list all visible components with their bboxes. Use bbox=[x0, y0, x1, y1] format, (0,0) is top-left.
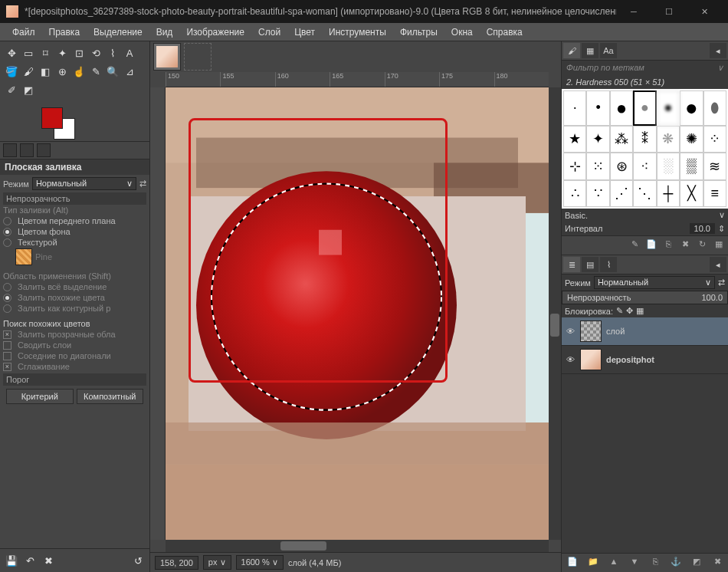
visibility-icon[interactable]: 👁 bbox=[565, 327, 576, 336]
layer-row[interactable]: 👁 depositphot bbox=[562, 346, 728, 374]
channels-tab[interactable]: ▤ bbox=[582, 257, 598, 272]
zoom-tool[interactable]: 🔍 bbox=[104, 63, 121, 80]
brush-item[interactable]: • bbox=[586, 90, 609, 126]
brush-item[interactable]: ⋰ bbox=[610, 180, 633, 208]
layer-down-icon[interactable]: ▼ bbox=[628, 557, 641, 569]
device-status-tab[interactable] bbox=[20, 143, 34, 157]
new-brush-icon[interactable]: 📄 bbox=[645, 239, 657, 251]
brush-item[interactable]: ⁘ bbox=[703, 126, 726, 153]
bucket-fill-tool[interactable]: 🪣 bbox=[3, 63, 20, 80]
layer-mode-extra-icon[interactable]: ⇄ bbox=[718, 278, 725, 288]
move-tool[interactable]: ✥ bbox=[3, 44, 20, 61]
brushes-tab[interactable]: 🖌 bbox=[563, 43, 580, 58]
brush-item[interactable]: ░ bbox=[657, 153, 680, 180]
measure-tool[interactable]: ⊿ bbox=[121, 63, 138, 80]
layer-row[interactable]: 👁 слой bbox=[562, 317, 728, 346]
free-select-tool[interactable]: ⌑ bbox=[37, 44, 54, 61]
images-tab[interactable] bbox=[37, 143, 51, 157]
brush-item[interactable]: ● bbox=[610, 90, 633, 126]
smudge-tool[interactable]: ☝ bbox=[71, 63, 87, 80]
brush-preset[interactable]: Basic. bbox=[565, 211, 716, 220]
lock-alpha-icon[interactable]: ▦ bbox=[636, 306, 644, 316]
brush-item[interactable]: ● bbox=[680, 90, 703, 126]
layer-up-icon[interactable]: ▲ bbox=[608, 557, 620, 569]
patterns-tab[interactable]: ▦ bbox=[582, 43, 598, 58]
menu-tools[interactable]: Инструменты bbox=[324, 25, 391, 39]
menu-view[interactable]: Вид bbox=[152, 25, 178, 39]
transform-tool[interactable]: ⟲ bbox=[87, 44, 104, 61]
diagonal-check[interactable] bbox=[3, 352, 11, 360]
brush-item[interactable]: ┼ bbox=[657, 180, 680, 208]
dup-brush-icon[interactable]: ⎘ bbox=[662, 239, 674, 251]
open-brush-icon[interactable]: ▦ bbox=[713, 239, 725, 251]
layer-opacity[interactable]: Непрозрачность100.0 bbox=[562, 291, 728, 304]
canvas[interactable] bbox=[166, 87, 549, 540]
text-tool[interactable]: A bbox=[121, 44, 138, 61]
brush-item[interactable]: ⁑ bbox=[633, 126, 656, 153]
brush-item[interactable]: ∴ bbox=[563, 180, 586, 208]
lock-position-icon[interactable]: ✥ bbox=[626, 306, 633, 316]
clone-tool[interactable]: ⊕ bbox=[54, 63, 71, 80]
lock-pixels-icon[interactable]: ✎ bbox=[616, 306, 623, 316]
brush-item[interactable]: ╳ bbox=[680, 180, 703, 208]
document-tab-1[interactable] bbox=[153, 43, 181, 71]
fill-pattern-radio[interactable] bbox=[3, 238, 11, 247]
save-preset-icon[interactable]: 💾 bbox=[3, 552, 20, 569]
restore-preset-icon[interactable]: ↶ bbox=[21, 552, 38, 569]
brush-item[interactable]: ∵ bbox=[586, 180, 609, 208]
menu-file[interactable]: Файл bbox=[8, 25, 40, 39]
close-button[interactable]: ✕ bbox=[687, 0, 722, 23]
brush-item[interactable]: ≡ bbox=[703, 180, 726, 208]
antialias-check[interactable]: × bbox=[3, 363, 11, 371]
mode-select[interactable]: Нормальный∨ bbox=[32, 177, 136, 190]
eraser-tool[interactable]: ◧ bbox=[37, 63, 54, 80]
warp-tool[interactable]: ⌇ bbox=[104, 44, 121, 61]
rect-select-tool[interactable]: ▭ bbox=[20, 44, 37, 61]
layer-mode-select[interactable]: Нормальный∨ bbox=[594, 276, 715, 289]
scrollbar-horizontal[interactable] bbox=[166, 540, 549, 552]
minimize-button[interactable]: ─ bbox=[616, 0, 651, 23]
menu-windows[interactable]: Окна bbox=[447, 25, 477, 39]
mode-extra-icon[interactable]: ⇄ bbox=[139, 179, 146, 189]
gradient-tool[interactable]: ◩ bbox=[20, 81, 37, 98]
composite-button[interactable]: Композитный bbox=[77, 389, 144, 404]
crop-tool[interactable]: ⊡ bbox=[71, 44, 87, 61]
spacing-value[interactable]: 10.0 bbox=[690, 223, 715, 234]
menu-layer[interactable]: Слой bbox=[254, 25, 285, 39]
path-tool[interactable]: ✎ bbox=[87, 63, 104, 80]
tool-options-tab[interactable] bbox=[3, 143, 17, 157]
menu-select[interactable]: Выделение bbox=[89, 25, 147, 39]
brush-item[interactable]: ≋ bbox=[703, 153, 726, 180]
brush-item[interactable]: ⁙ bbox=[586, 153, 609, 180]
del-brush-icon[interactable]: ✖ bbox=[679, 239, 691, 251]
brush-item[interactable]: ✺ bbox=[680, 126, 703, 153]
dock-menu-icon[interactable]: ◂ bbox=[710, 257, 726, 272]
brush-item[interactable]: ✦ bbox=[586, 126, 609, 153]
brush-item[interactable]: ● bbox=[657, 90, 680, 126]
new-layer-icon[interactable]: 📄 bbox=[566, 557, 579, 569]
status-unit[interactable]: px ∨ bbox=[203, 555, 231, 570]
area-all-radio[interactable] bbox=[3, 283, 11, 291]
menu-filters[interactable]: Фильтры bbox=[395, 25, 442, 39]
brush-item[interactable]: · bbox=[563, 90, 586, 126]
brush-item[interactable]: ⬮ bbox=[703, 90, 726, 126]
delete-preset-icon[interactable]: ✖ bbox=[40, 552, 57, 569]
paintbrush-tool[interactable]: 🖌 bbox=[20, 63, 37, 80]
brush-item[interactable]: ⊹ bbox=[563, 153, 586, 180]
reset-preset-icon[interactable]: ↺ bbox=[130, 552, 146, 569]
dup-layer-icon[interactable]: ⎘ bbox=[649, 557, 661, 569]
brush-filter[interactable]: Фильтр по меткам bbox=[566, 63, 644, 73]
delete-layer-icon[interactable]: ✖ bbox=[711, 557, 723, 569]
dock-menu-icon[interactable]: ◂ bbox=[710, 43, 726, 58]
layers-tab[interactable]: ≣ bbox=[563, 257, 580, 272]
layer-group-icon[interactable]: 📁 bbox=[587, 557, 599, 569]
fill-bg-radio[interactable] bbox=[3, 228, 11, 236]
scrollbar-vertical[interactable] bbox=[549, 87, 561, 540]
visibility-icon[interactable]: 👁 bbox=[565, 355, 576, 364]
layer-name[interactable]: слой bbox=[606, 327, 625, 336]
brush-item[interactable]: ▒ bbox=[680, 153, 703, 180]
document-tab-2[interactable] bbox=[184, 43, 212, 71]
menu-image[interactable]: Изображение bbox=[182, 25, 249, 39]
maximize-button[interactable]: ☐ bbox=[651, 0, 687, 23]
criterion-button[interactable]: Критерий bbox=[6, 389, 74, 404]
